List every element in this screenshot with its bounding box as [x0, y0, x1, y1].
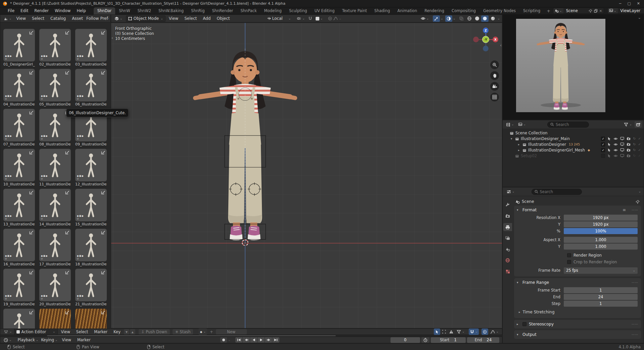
frame-rate-dropdown[interactable]: 25 fps ⌄ [564, 267, 638, 274]
asset-item[interactable]: ◆▣◆◇ [39, 309, 71, 329]
asset-item[interactable]: ◆▣◆◇ [3, 309, 35, 329]
jump-to-start-button[interactable] [235, 337, 242, 343]
snap-settings-dropdown[interactable]: ⌄ [314, 15, 324, 22]
exclude-checkbox[interactable]: ✓ [601, 137, 605, 141]
asset-item[interactable]: ◆▣◆◇ 03_IllustrationDe... [75, 29, 107, 67]
asset-item[interactable]: ◆▣◆◇ 01_DesignerGirl_... [3, 29, 35, 67]
expand-icon[interactable]: ▸ [518, 143, 522, 146]
asset-item[interactable]: ◆▣◆◇ 07_IllustrationDe... [3, 109, 35, 147]
asset-thumbnail[interactable]: ◆▣◆◇ [39, 229, 71, 261]
workspace-tab[interactable]: ShnW2 [134, 7, 155, 14]
frame-range-panel-header[interactable]: ▾ Frame Range ⋯⋯ [514, 278, 641, 287]
editor-type-button[interactable]: ⌄ [505, 121, 515, 128]
indirect-only-icon[interactable]: ✓ [638, 142, 641, 146]
drag-dots-icon[interactable]: ⋯⋯ [632, 322, 638, 326]
tab-scene[interactable] [503, 245, 512, 253]
hide-viewport-icon[interactable] [613, 137, 618, 140]
tab-texture[interactable] [503, 267, 512, 275]
selectable-icon[interactable] [607, 148, 611, 152]
disable-render-icon[interactable] [627, 154, 631, 158]
asset-item[interactable]: ◆▣◆◇ 18_IllustrationDe... [75, 229, 107, 267]
gizmo-minus-x-axis[interactable] [473, 37, 479, 42]
asset-thumbnail[interactable]: ◆▣◆◇ [3, 269, 35, 301]
asset-menu-item[interactable]: View [14, 15, 29, 21]
disable-viewport-icon[interactable] [620, 142, 624, 146]
expand-icon[interactable]: ▸ [518, 148, 522, 152]
new-action-button[interactable]: New [216, 329, 247, 335]
workspace-tab[interactable]: Sculpting [285, 7, 311, 14]
hide-viewport-icon[interactable] [613, 148, 618, 152]
asset-item[interactable]: ◆▣◆◇ 14_IllustrationDe... [39, 189, 71, 227]
hide-viewport-icon[interactable] [613, 154, 618, 158]
holdout-icon[interactable]: ↻ [633, 154, 636, 158]
camera-view-button[interactable] [490, 82, 499, 91]
gizmo-minus-y-axis[interactable]: -Y [482, 36, 489, 43]
import-method-dropdown[interactable]: Follow Prefe [86, 16, 108, 21]
scene-browse-button[interactable]: ⌄ [553, 8, 563, 13]
holdout-icon[interactable]: ↻ [633, 148, 636, 152]
asset-item[interactable]: ◆▣◆◇ 17_IllustrationDe... [39, 229, 71, 267]
asset-thumbnail[interactable]: ◆▣◆◇ [39, 29, 71, 61]
proportional-edit-toggle[interactable] [481, 329, 488, 335]
new-collection-button[interactable] [635, 121, 642, 128]
asset-item[interactable]: ◆▣◆◇ 16_IllustrationDe... [3, 229, 35, 267]
viewlayer-name[interactable]: ViewLayer [618, 8, 643, 13]
push-down-button[interactable]: ⇩ Push Down [139, 329, 170, 335]
play-reverse-button[interactable] [250, 337, 257, 343]
jump-to-end-button[interactable] [272, 337, 279, 343]
next-keyframe-button[interactable] [265, 337, 272, 343]
menu-item[interactable]: Render [31, 8, 52, 14]
number-field[interactable]: 1920 px [564, 215, 638, 221]
outliner-row[interactable]: Scene Collection ✓ ↻ ✓ [503, 130, 643, 136]
menu-item[interactable]: File [5, 8, 17, 14]
workspace-tab[interactable]: Texture Paint [338, 7, 371, 14]
asset-menu-item[interactable]: Asset [69, 15, 86, 21]
stereoscopy-panel-header[interactable]: ▸ Stereoscopy ⋯⋯ [514, 320, 641, 329]
number-field[interactable]: 1 [564, 301, 638, 307]
time-stretching-header[interactable]: ▸ Time Stretching [514, 308, 641, 316]
asset-thumbnail[interactable]: ◆▣◆◇ [39, 189, 71, 221]
disable-render-icon[interactable] [627, 148, 631, 152]
asset-menu-item[interactable]: Catalog [48, 15, 68, 21]
toggle-ortho-button[interactable] [490, 93, 499, 101]
asset-thumbnail[interactable]: ◆▣◆◇ [75, 149, 107, 181]
holdout-icon[interactable]: ↻ [633, 142, 636, 146]
indirect-only-icon[interactable]: ✓ [638, 148, 641, 152]
number-field[interactable]: 1920 px [564, 221, 638, 227]
timeline-menu-item[interactable]: View [59, 338, 74, 342]
asset-thumbnail[interactable]: ◆▣◆◇ [75, 269, 107, 301]
drag-dots-icon[interactable]: ⋯⋯ [632, 281, 638, 284]
current-frame-field[interactable]: 0 [390, 337, 420, 343]
disable-viewport-icon[interactable] [620, 154, 624, 158]
asset-item[interactable]: ◆▣◆◇ 20_IllustrationDe... [39, 269, 71, 307]
shading-rendered-button[interactable] [489, 15, 497, 22]
filter-button[interactable]: ⌄ [455, 329, 466, 335]
region-collapse-icon[interactable]: ‹ [500, 43, 502, 48]
asset-thumbnail[interactable]: ◆▣◆◇ [3, 229, 35, 261]
outliner-row[interactable]: ▸ IllustrationDesignerGirl_Mesh ◆ ✓ ↻ ✓ [503, 147, 643, 153]
expand-icon[interactable]: ▾ [511, 137, 515, 140]
hide-channels-toggle[interactable] [441, 329, 447, 335]
exclude-checkbox[interactable]: ✓ [601, 148, 605, 152]
asset-thumbnail[interactable]: ◆▣◆◇ [39, 309, 71, 329]
scrollbar-handle[interactable] [47, 335, 336, 336]
asset-item[interactable]: ◆▣◆◇ 05_IllustrationDe... [39, 69, 71, 107]
character-model[interactable] [187, 47, 303, 247]
timeline-menu-item[interactable]: Marker [74, 338, 94, 342]
asset-item[interactable]: ◆▣◆◇ 13_IllustrationDe... [3, 189, 35, 227]
workspace-tab[interactable]: Animation [394, 7, 421, 14]
new-copy-icon[interactable] [594, 9, 598, 13]
outliner-row[interactable]: Setup02 ✓ ↻ ✓ [503, 153, 643, 159]
number-field[interactable]: 24 [564, 294, 638, 300]
asset-thumbnail[interactable]: ◆▣◆◇ [75, 69, 107, 101]
add-action-button[interactable]: + [208, 330, 215, 334]
dope-menu-item[interactable]: Select [74, 330, 91, 334]
workspace-tab[interactable]: Compositing [448, 7, 479, 14]
selectable-icon[interactable] [607, 137, 611, 140]
snap-dropdown[interactable]: ⌄ [469, 329, 479, 335]
workspace-tab[interactable]: Modeling [261, 7, 285, 14]
viewlayer-browse-button[interactable]: ⌄ [608, 8, 618, 13]
asset-item[interactable]: ◆▣◆◇ 12_IllustrationDe... [75, 149, 107, 187]
selectable-icon[interactable] [607, 154, 611, 158]
crop-region-checkbox[interactable] [567, 260, 571, 264]
